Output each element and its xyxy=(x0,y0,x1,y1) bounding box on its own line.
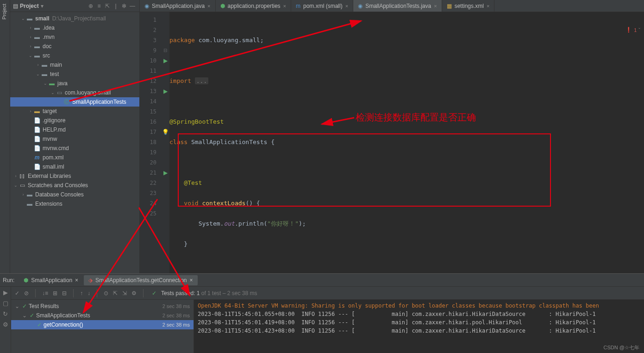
folder-icon: ▬ xyxy=(26,201,33,207)
check-icon[interactable]: ✓ xyxy=(15,290,19,296)
close-icon[interactable]: × xyxy=(283,3,286,9)
editor-body: 123910111213141516171819202122232425 ⊟ ▶… xyxy=(140,12,644,273)
run-tab-app[interactable]: ⬢ SmallApplication × xyxy=(19,275,83,285)
error-icon: ❗ xyxy=(625,27,632,33)
project-icon: ▤ xyxy=(13,3,18,9)
editor-tab[interactable]: ◉SmallApplicationTests.java× xyxy=(353,0,442,12)
collapse-all-icon[interactable]: ⊟ xyxy=(62,290,67,296)
extensions[interactable]: ▬ Extensions xyxy=(10,199,139,208)
code-editor[interactable]: package com.luoyang.small; import ... @S… xyxy=(169,12,644,273)
tree-icon: ▬ xyxy=(41,71,48,77)
run-button[interactable]: ▶ xyxy=(3,289,8,296)
next-icon[interactable]: ↓ xyxy=(88,290,90,296)
test-icon: ⬗ xyxy=(88,277,93,284)
gutter-marks: ⊟ ▶ ▶ 💡 ▶ xyxy=(161,12,169,273)
run-side-toolbar: ▶ ▢ ↻ ⚙ xyxy=(0,287,11,353)
run-gutter-icon[interactable]: ▶ xyxy=(163,88,168,95)
tree-item[interactable]: 📄.gitignore xyxy=(10,116,139,125)
editor-tab[interactable]: mpom.xml (small)× xyxy=(291,0,353,12)
stop-button[interactable]: ▢ xyxy=(3,300,8,307)
pass-icon: ✓ xyxy=(30,312,34,319)
editor-tab[interactable]: ⬢application.properties× xyxy=(216,0,292,12)
test-row[interactable]: ⌄✓Test Results2 sec 38 ms xyxy=(11,302,194,311)
library-icon: ⫿⫿ xyxy=(19,173,26,179)
tree-item[interactable]: mpom.xml xyxy=(10,153,139,162)
project-tool-label[interactable]: Project xyxy=(0,0,8,23)
db-consoles[interactable]: › ▬ Database Consoles xyxy=(10,190,139,199)
tree-item[interactable]: ⌄▬test xyxy=(10,69,139,79)
tree-icon: ▬ xyxy=(33,52,41,59)
close-icon[interactable]: × xyxy=(75,277,78,284)
project-panel: ▤ Project ▾ ⊕ ≡ ⇱ | ✻ — ⌄ ▬ small D:\Jav… xyxy=(10,0,140,273)
editor-tab[interactable]: ▦settings.xml× xyxy=(442,0,495,12)
search-icon[interactable]: ⊙ xyxy=(104,290,108,296)
rerun-button[interactable]: ↻ xyxy=(3,310,8,317)
locate-icon[interactable]: ⊕ xyxy=(87,3,95,9)
tree-item[interactable]: ›▬doc xyxy=(10,42,139,51)
tree-item[interactable]: ⒸSmallApplicationTests xyxy=(10,97,139,107)
tree-item[interactable]: ›▬.idea xyxy=(10,23,139,32)
tree-item[interactable]: ⌄▭com.luoyang.small xyxy=(10,88,139,97)
run-gutter-icon[interactable]: ▶ xyxy=(163,57,168,64)
settings-button[interactable]: ⚙ xyxy=(3,321,8,328)
settings-icon[interactable]: ✻ xyxy=(120,3,128,9)
collapse-icon[interactable]: ⇱ xyxy=(103,3,112,9)
tree-item[interactable]: 📄HELP.md xyxy=(10,125,139,134)
import-icon[interactable]: ⇱ xyxy=(113,290,118,296)
tree-icon: 📄 xyxy=(33,164,41,170)
export-icon[interactable]: ⇲ xyxy=(122,290,127,296)
pass-icon: ✓ xyxy=(37,321,42,328)
prev-icon[interactable]: ↑ xyxy=(80,290,83,296)
close-icon[interactable]: × xyxy=(434,3,437,9)
project-header: ▤ Project ▾ ⊕ ≡ ⇱ | ✻ — xyxy=(10,0,139,12)
expand-icon[interactable]: ≡ xyxy=(95,3,103,9)
tree-root[interactable]: ⌄ ▬ small D:\Java_Project\small xyxy=(10,14,139,23)
fold-icon[interactable]: ⊟ xyxy=(161,45,169,56)
console-output[interactable]: OpenJDK 64-Bit Server VM warning: Sharin… xyxy=(194,300,644,353)
run-gutter-icon[interactable]: ▶ xyxy=(163,170,168,176)
tree-item[interactable]: 📄mvnw.cmd xyxy=(10,144,139,153)
editor-tab[interactable]: ◉SmallApplication.java× xyxy=(140,0,216,12)
close-icon[interactable]: × xyxy=(345,3,348,9)
gutter-line-numbers: 123910111213141516171819202122232425 xyxy=(140,12,161,273)
tree-item[interactable]: ⌄▬java xyxy=(10,79,139,88)
close-icon[interactable]: × xyxy=(190,277,193,284)
file-type-icon: ▦ xyxy=(447,3,452,9)
close-icon[interactable]: × xyxy=(487,3,489,9)
tree-icon: ▬ xyxy=(33,43,41,50)
sort-icon[interactable]: ↓≡ xyxy=(42,290,48,296)
tree-icon: 📄 xyxy=(33,145,41,151)
test-row[interactable]: ✓getConnection()2 sec 38 ms xyxy=(11,320,194,329)
run-label: Run: xyxy=(3,277,14,284)
bulb-icon[interactable]: 💡 xyxy=(162,129,169,135)
project-tree: ⌄ ▬ small D:\Java_Project\small ›▬.idea›… xyxy=(10,12,139,210)
test-row[interactable]: ⌄✓SmallApplicationTests2 sec 38 ms xyxy=(11,311,194,320)
hide-icon[interactable]: — xyxy=(128,3,137,9)
tree-icon: ▬ xyxy=(33,108,41,114)
folder-icon: ▬ xyxy=(26,191,33,198)
tree-item[interactable]: ⌄▬src xyxy=(10,51,139,60)
scratches[interactable]: ⌄ ▭ Scratches and Consoles xyxy=(10,181,139,190)
run-toolbar: ✓ ⊘ ↓≡ ⊞ ⊟ ↑ ↓ ⊙ ⇱ ⇲ ⚙ ✓ Tests passed: 1… xyxy=(11,287,644,300)
test-tree: ⌄✓Test Results2 sec 38 ms⌄✓SmallApplicat… xyxy=(11,300,194,353)
tree-icon: ▬ xyxy=(33,25,41,31)
close-icon[interactable]: × xyxy=(207,3,210,9)
tree-icon: ▭ xyxy=(56,89,63,96)
tree-item[interactable]: ›▬target xyxy=(10,107,139,116)
run-tab-test[interactable]: ⬗ SmallApplicationTests.getConnection × xyxy=(84,275,197,285)
file-type-icon: ⬢ xyxy=(220,3,225,9)
tree-item[interactable]: ›▬.mvn xyxy=(10,32,139,42)
divider: | xyxy=(112,3,120,9)
tree-icon: ▬ xyxy=(48,80,56,87)
expand-all-icon[interactable]: ⊞ xyxy=(53,290,57,296)
project-title: Project xyxy=(20,3,39,9)
project-view-chevron[interactable]: ▾ xyxy=(41,3,44,9)
inspection-badge[interactable]: ❗ 1 ˇ xyxy=(625,27,640,33)
tree-item[interactable]: 📄small.iml xyxy=(10,162,139,171)
tree-item[interactable]: ›▬main xyxy=(10,60,139,69)
tree-item[interactable]: 📄mvnw xyxy=(10,134,139,144)
external-libraries[interactable]: › ⫿⫿ External Libraries xyxy=(10,171,139,181)
spring-icon: ⬢ xyxy=(24,277,28,284)
disable-icon[interactable]: ⊘ xyxy=(24,290,29,296)
gear-icon[interactable]: ⚙ xyxy=(131,290,137,296)
